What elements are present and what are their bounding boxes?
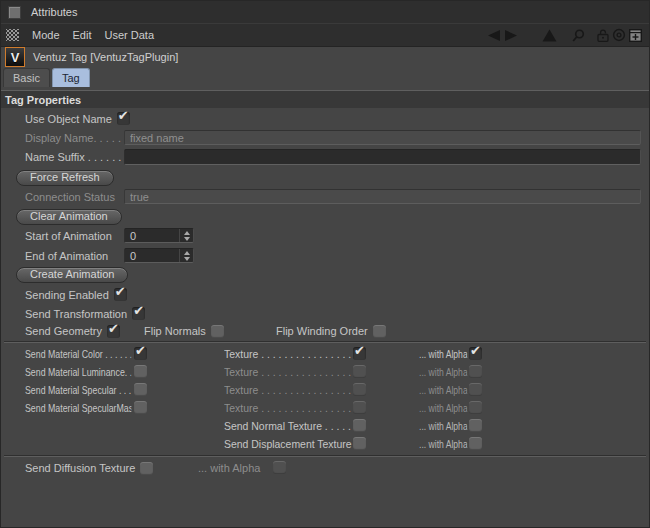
menu-mode[interactable]: Mode (32, 29, 60, 41)
material-specular-texture-label: Texture . . . . . . . . . . . . . . . . … (224, 381, 353, 399)
tab-bar: Basic Tag (3, 68, 90, 87)
row-start-of-animation: Start of Animation 0 (1, 226, 649, 245)
normal-texture-alpha-checkbox[interactable]: ✔ (469, 419, 482, 432)
separator (4, 455, 646, 457)
name-suffix-label: Name Suffix . . . . . . (25, 151, 121, 163)
material-color-texture-checkbox[interactable]: ✔ (353, 347, 366, 360)
history-back-icon[interactable] (485, 29, 502, 42)
material-luminance-texture-label: Texture . . . . . . . . . . . . . . . . … (224, 363, 353, 381)
material-specularmask-texture-checkbox[interactable]: ✔ (353, 401, 366, 414)
row-send-transformation: Send Transformation ✔ (1, 304, 649, 323)
send-material-luminance-label: Send Material Luminance. . . (25, 363, 131, 381)
section-header[interactable]: Tag Properties (1, 90, 649, 108)
row-send-material-luminance: Send Material Luminance. . . ✔ Texture .… (1, 363, 649, 381)
row-connection-status: Connection Status (1, 187, 649, 206)
flip-normals-checkbox[interactable]: ✔ (211, 325, 224, 338)
menu-edit[interactable]: Edit (73, 29, 92, 41)
row-send-geometry: Send Geometry ✔ Flip Normals ✔ Flip Wind… (1, 322, 649, 341)
row-force-refresh: Force Refresh (1, 168, 649, 187)
history-forward-icon[interactable] (503, 29, 520, 42)
send-material-specular-label: Send Material Specular . . . . (25, 381, 131, 399)
start-of-animation-label: Start of Animation (25, 230, 112, 242)
flip-winding-order-label: Flip Winding Order (276, 325, 368, 337)
up-arrow-icon[interactable] (542, 29, 557, 42)
row-create-animation: Create Animation (1, 265, 649, 284)
send-material-color-label: Send Material Color . . . . . . . (25, 345, 131, 363)
row-send-material-color: Send Material Color . . . . . . . ✔ Text… (1, 345, 649, 363)
title-bar: Attributes (1, 1, 649, 23)
material-specular-texture-checkbox[interactable]: ✔ (353, 383, 366, 396)
material-specularmask-alpha-label: ... with Alpha (419, 399, 467, 417)
material-color-alpha-checkbox[interactable]: ✔ (469, 347, 482, 360)
diffusion-alpha-checkbox[interactable]: ✔ (273, 461, 286, 474)
send-transformation-checkbox[interactable]: ✔ (132, 307, 145, 320)
tab-basic[interactable]: Basic (3, 68, 50, 87)
start-of-animation-spinner[interactable] (179, 229, 193, 242)
end-of-animation-input[interactable]: 0 (124, 248, 194, 263)
send-normal-texture-checkbox[interactable]: ✔ (353, 419, 366, 432)
material-color-texture-label: Texture . . . . . . . . . . . . . . . . … (224, 345, 353, 363)
material-specularmask-alpha-checkbox[interactable]: ✔ (469, 401, 482, 414)
new-manager-icon[interactable] (629, 29, 642, 42)
row-send-material-specularmask: Send Material SpecularMask ✔ Texture . .… (1, 399, 649, 417)
send-diffusion-texture-label: Send Diffusion Texture (25, 462, 135, 474)
material-specular-alpha-label: ... with Alpha (419, 381, 467, 399)
search-icon[interactable] (572, 29, 585, 42)
target-icon[interactable] (612, 28, 626, 42)
connection-status-label: Connection Status (25, 191, 115, 203)
create-animation-button[interactable]: Create Animation (16, 267, 128, 283)
end-of-animation-label: End of Animation (25, 250, 108, 262)
row-use-object-name: Use Object Name ✔ (1, 109, 649, 128)
start-of-animation-input[interactable]: 0 (124, 228, 194, 243)
clear-animation-button[interactable]: Clear Animation (16, 209, 122, 225)
material-luminance-texture-checkbox[interactable]: ✔ (353, 365, 366, 378)
send-material-color-checkbox[interactable]: ✔ (134, 347, 147, 360)
send-material-specular-checkbox[interactable]: ✔ (134, 383, 147, 396)
connection-status-field[interactable] (124, 189, 641, 204)
separator (4, 341, 646, 343)
row-send-material-specular: Send Material Specular . . . . ✔ Texture… (1, 381, 649, 399)
send-geometry-checkbox[interactable]: ✔ (107, 325, 120, 338)
row-end-of-animation: End of Animation 0 (1, 246, 649, 265)
row-clear-animation: Clear Animation (1, 207, 649, 226)
attributes-panel: Attributes Mode Edit User Data V (0, 0, 650, 528)
use-object-name-checkbox[interactable]: ✔ (117, 112, 130, 125)
lock-icon[interactable] (597, 29, 609, 42)
material-specular-alpha-checkbox[interactable]: ✔ (469, 383, 482, 396)
material-luminance-alpha-label: ... with Alpha (419, 363, 467, 381)
sending-enabled-checkbox[interactable]: ✔ (114, 288, 127, 301)
send-displacement-texture-checkbox[interactable]: ✔ (353, 437, 366, 450)
menu-bar: Mode Edit User Data (1, 23, 649, 47)
object-header: V Ventuz Tag [VentuzTagPlugin] (1, 47, 649, 67)
send-transformation-label: Send Transformation (25, 308, 127, 320)
menu-user-data[interactable]: User Data (105, 29, 155, 41)
drag-grip-icon[interactable] (6, 29, 19, 41)
end-of-animation-spinner[interactable] (179, 249, 193, 262)
send-material-specularmask-checkbox[interactable]: ✔ (134, 401, 147, 414)
material-luminance-alpha-checkbox[interactable]: ✔ (469, 365, 482, 378)
displacement-texture-alpha-checkbox[interactable]: ✔ (469, 437, 482, 450)
material-specularmask-texture-label: Texture . . . . . . . . . . . . . . . . … (224, 399, 353, 417)
send-diffusion-texture-checkbox[interactable]: ✔ (140, 462, 153, 475)
send-material-luminance-checkbox[interactable]: ✔ (134, 365, 147, 378)
flip-winding-order-checkbox[interactable]: ✔ (373, 325, 386, 338)
sending-enabled-label: Sending Enabled (25, 289, 109, 301)
use-object-name-label: Use Object Name (25, 113, 112, 125)
tab-tag[interactable]: Tag (52, 68, 90, 87)
row-send-displacement-texture: Send Displacement Texture ✔ ... with Alp… (1, 435, 649, 453)
row-name-suffix: Name Suffix . . . . . . (1, 147, 649, 167)
name-suffix-field[interactable] (124, 149, 641, 165)
row-sending-enabled: Sending Enabled ✔ (1, 285, 649, 304)
force-refresh-button[interactable]: Force Refresh (16, 170, 114, 186)
send-material-specularmask-label: Send Material SpecularMask (25, 399, 131, 417)
send-displacement-texture-label: Send Displacement Texture (224, 435, 353, 453)
section-title: Tag Properties (5, 94, 81, 106)
material-color-alpha-label: ... with Alpha (419, 345, 467, 363)
menu-icon-group (485, 24, 642, 46)
ventuz-tag-icon: V (5, 47, 25, 67)
panel-title: Attributes (31, 6, 77, 18)
row-send-diffusion-texture: Send Diffusion Texture ✔ ... with Alpha … (1, 459, 649, 477)
display-name-field[interactable] (124, 130, 641, 145)
diffusion-alpha-label: ... with Alpha (198, 462, 260, 474)
send-normal-texture-label: Send Normal Texture . . . . . (224, 417, 353, 435)
